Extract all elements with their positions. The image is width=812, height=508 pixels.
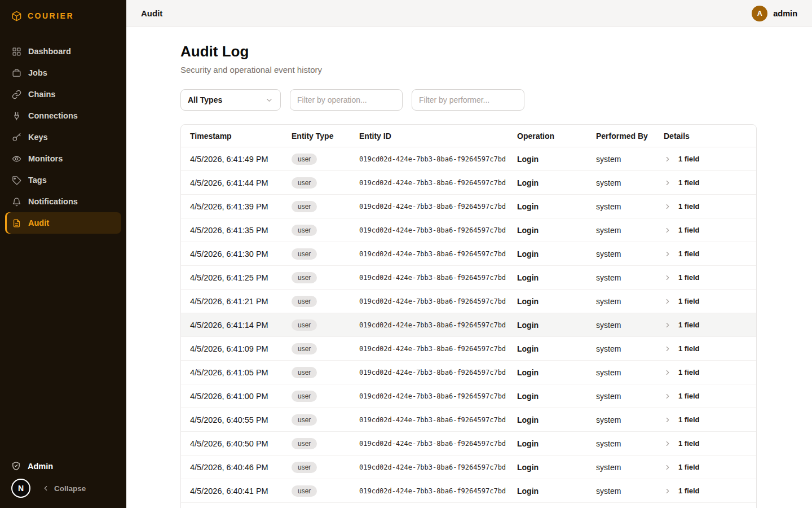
timestamp-cell: 4/5/2026, 6:41:39 PM — [190, 202, 292, 211]
package-logo-icon — [11, 11, 22, 21]
table-row[interactable]: 4/5/2026, 6:41:21 PM user 019cd02d-424e-… — [181, 290, 756, 313]
entity-id-cell: 019cd02d-424e-7bb3-8ba6-f9264597c7bd — [359, 345, 517, 353]
details-field-count: 1 field — [678, 321, 700, 329]
chevron-right-icon[interactable] — [664, 416, 672, 424]
details-field-count: 1 field — [678, 297, 700, 305]
details-cell: 1 field — [664, 487, 747, 495]
chevron-right-icon[interactable] — [664, 369, 672, 376]
topbar: Audit A admin — [126, 0, 812, 27]
performed-by-cell: system — [596, 273, 664, 282]
details-field-count: 1 field — [678, 202, 700, 211]
type-filter-select[interactable]: All Types — [180, 89, 281, 111]
operation-cell: Login — [517, 344, 596, 353]
dashboard-grid-icon — [12, 47, 21, 56]
avatar[interactable]: N — [11, 479, 30, 498]
entity-id-cell: 019cd02d-424e-7bb3-8ba6-f9264597c7bd — [359, 440, 517, 448]
table-row[interactable]: 4/5/2026, 6:41:14 PM user 019cd02d-424e-… — [181, 313, 756, 337]
sidebar-item-connections[interactable]: Connections — [5, 105, 121, 126]
entity-type-badge: user — [292, 391, 317, 402]
entity-id-cell: 019cd02d-424e-7bb3-8ba6-f9264597c7bd — [359, 179, 517, 187]
app-logo[interactable]: COURIER — [0, 0, 126, 32]
sidebar-item-label: Tags — [28, 176, 47, 185]
chevron-right-icon[interactable] — [664, 440, 672, 448]
sidebar-item-jobs[interactable]: Jobs — [5, 62, 121, 84]
details-field-count: 1 field — [678, 226, 700, 234]
entity-type-badge: user — [292, 485, 317, 497]
user-menu[interactable]: A admin — [752, 6, 797, 21]
chevron-right-icon[interactable] — [664, 487, 672, 495]
table-row[interactable]: 4/5/2026, 6:40:55 PM user 019cd02d-424e-… — [181, 408, 756, 432]
chevron-right-icon[interactable] — [664, 203, 672, 211]
table-row[interactable]: 4/5/2026, 6:41:30 PM user 019cd02d-424e-… — [181, 242, 756, 266]
column-header-entity-id: Entity ID — [359, 132, 517, 141]
admin-label: Admin — [28, 462, 53, 471]
table-row[interactable]: 4/5/2026, 6:41:05 PM user 019cd02d-424e-… — [181, 361, 756, 384]
entity-id-cell: 019cd02d-424e-7bb3-8ba6-f9264597c7bd — [359, 297, 517, 305]
details-cell: 1 field — [664, 155, 747, 163]
performed-by-cell: system — [596, 178, 664, 187]
details-cell: 1 field — [664, 344, 747, 353]
operation-cell: Login — [517, 226, 596, 235]
performed-by-cell: system — [596, 226, 664, 235]
sidebar-footer: Admin N Collapse — [0, 453, 126, 508]
timestamp-cell: 4/5/2026, 6:40:46 PM — [190, 463, 292, 472]
sidebar-item-audit[interactable]: Audit — [5, 212, 121, 234]
entity-id-cell: 019cd02d-424e-7bb3-8ba6-f9264597c7bd — [359, 369, 517, 376]
entity-id-cell: 019cd02d-424e-7bb3-8ba6-f9264597c7bd — [359, 203, 517, 211]
operation-cell: Login — [517, 368, 596, 377]
chevron-right-icon[interactable] — [664, 274, 672, 282]
table-row[interactable]: 4/5/2026, 6:41:25 PM user 019cd02d-424e-… — [181, 266, 756, 290]
entity-id-cell: 019cd02d-424e-7bb3-8ba6-f9264597c7bd — [359, 155, 517, 163]
sidebar-item-tags[interactable]: Tags — [5, 169, 121, 191]
table-row[interactable]: 4/5/2026, 6:40:46 PM user 019cd02d-424e-… — [181, 456, 756, 479]
sidebar-item-dashboard[interactable]: Dashboard — [5, 41, 121, 62]
sidebar-item-keys[interactable]: Keys — [5, 126, 121, 148]
briefcase-icon — [12, 68, 21, 78]
chevron-right-icon[interactable] — [664, 297, 672, 305]
timestamp-cell: 4/5/2026, 6:41:00 PM — [190, 392, 292, 401]
audit-table: Timestamp Entity Type Entity ID Operatio… — [180, 124, 757, 508]
chevron-right-icon[interactable] — [664, 345, 672, 353]
tag-icon — [12, 176, 21, 185]
chevron-right-icon[interactable] — [664, 179, 672, 187]
sidebar-item-chains[interactable]: Chains — [5, 84, 121, 105]
sidebar-item-monitors[interactable]: Monitors — [5, 148, 121, 169]
operation-cell: Login — [517, 415, 596, 424]
chevron-right-icon[interactable] — [664, 392, 672, 400]
chevron-right-icon[interactable] — [664, 155, 672, 163]
operation-cell: Login — [517, 321, 596, 330]
table-row[interactable]: 4/5/2026, 6:41:00 PM user 019cd02d-424e-… — [181, 384, 756, 408]
user-avatar: A — [752, 6, 767, 21]
table-row[interactable]: 4/5/2026, 6:40:50 PM user 019cd02d-424e-… — [181, 432, 756, 456]
details-field-count: 1 field — [678, 273, 700, 282]
entity-id-cell: 019cd02d-424e-7bb3-8ba6-f9264597c7bd — [359, 392, 517, 400]
table-row[interactable]: 4/5/2026, 6:41:44 PM user 019cd02d-424e-… — [181, 171, 756, 195]
table-row[interactable]: 4/5/2026, 6:41:09 PM user 019cd02d-424e-… — [181, 337, 756, 361]
table-row[interactable]: 4/5/2026, 6:40:36 PM user 019cd02d-424e-… — [181, 503, 756, 508]
details-cell: 1 field — [664, 297, 747, 305]
chevron-right-icon[interactable] — [664, 321, 672, 329]
entity-id-cell: 019cd02d-424e-7bb3-8ba6-f9264597c7bd — [359, 463, 517, 471]
table-row[interactable]: 4/5/2026, 6:41:49 PM user 019cd02d-424e-… — [181, 147, 756, 171]
table-row[interactable]: 4/5/2026, 6:40:41 PM user 019cd02d-424e-… — [181, 479, 756, 503]
file-text-icon — [12, 218, 21, 228]
table-row[interactable]: 4/5/2026, 6:41:35 PM user 019cd02d-424e-… — [181, 218, 756, 242]
performer-filter-input[interactable] — [412, 89, 524, 111]
performed-by-cell: system — [596, 321, 664, 330]
chevron-right-icon[interactable] — [664, 226, 672, 234]
chevron-right-icon[interactable] — [664, 250, 672, 258]
operation-filter-input[interactable] — [290, 89, 403, 111]
operation-cell: Login — [517, 178, 596, 187]
chevron-right-icon[interactable] — [664, 463, 672, 471]
admin-link[interactable]: Admin — [11, 461, 115, 471]
sidebar-item-notifications[interactable]: Notifications — [5, 191, 121, 212]
collapse-sidebar-button[interactable]: Collapse — [42, 484, 86, 493]
entity-id-cell: 019cd02d-424e-7bb3-8ba6-f9264597c7bd — [359, 487, 517, 495]
page-subtitle: Security and operational event history — [180, 65, 757, 75]
sidebar-item-label: Connections — [28, 111, 78, 120]
table-row[interactable]: 4/5/2026, 6:41:39 PM user 019cd02d-424e-… — [181, 195, 756, 218]
timestamp-cell: 4/5/2026, 6:41:49 PM — [190, 155, 292, 164]
performed-by-cell: system — [596, 155, 664, 164]
entity-type-badge: user — [292, 343, 317, 354]
sidebar-item-label: Keys — [28, 133, 48, 142]
